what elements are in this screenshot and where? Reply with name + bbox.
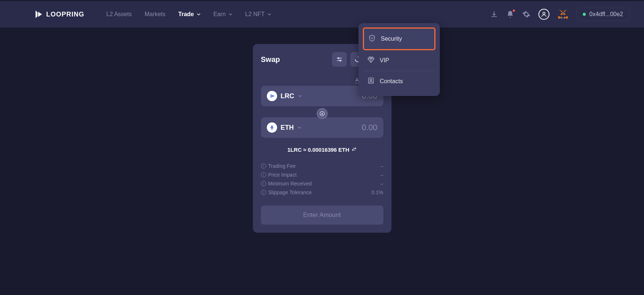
min-received-row: i Minimum Received – — [261, 179, 383, 188]
shield-icon — [368, 34, 376, 43]
nav-earn-label: Earn — [213, 11, 226, 18]
loopring-logo-icon — [33, 9, 43, 19]
chevron-down-icon — [197, 13, 200, 15]
nav-earn[interactable]: Earn — [213, 11, 232, 18]
dropdown-item-contacts[interactable]: Contacts — [363, 71, 435, 92]
exchange-rate-row: 1LRC ≈ 0.00016396 ETH — [261, 147, 383, 153]
svg-point-5 — [338, 58, 339, 59]
diamond-icon — [367, 56, 375, 65]
nav-l2nft-label: L2 NFT — [245, 11, 265, 18]
price-impact-value: – — [380, 172, 383, 178]
to-amount-input[interactable]: 0.00 — [362, 123, 378, 132]
notification-dot-icon — [513, 10, 515, 12]
main-content: Swap Available:40 LRC — [0, 27, 644, 233]
dropdown-security-label: Security — [381, 36, 402, 42]
profile-icon[interactable] — [538, 9, 549, 20]
slippage-value: 0.1% — [372, 189, 383, 195]
info-icon[interactable]: i — [261, 172, 266, 177]
info-icon[interactable]: i — [261, 181, 266, 186]
dropdown-item-security[interactable]: Security — [363, 27, 435, 50]
chevron-down-icon — [298, 126, 301, 129]
chevron-down-icon — [229, 13, 232, 15]
swap-settings-button[interactable] — [332, 52, 347, 67]
swap-direction-button[interactable] — [317, 108, 328, 119]
swap-rate-icon[interactable] — [352, 147, 357, 153]
wallet-address: 0x4dff...00e2 — [589, 11, 623, 18]
nav-links: L2 Assets Markets Trade Earn L2 NFT — [106, 11, 479, 18]
fee-details: i Trading Fee – i Price Impact – i Minim… — [261, 162, 383, 197]
swap-direction-wrapper — [261, 108, 383, 119]
trading-fee-label: Trading Fee — [268, 163, 296, 169]
to-token-name: ETH — [281, 124, 294, 132]
download-icon[interactable] — [490, 10, 498, 18]
nav-l2-nft[interactable]: L2 NFT — [245, 11, 271, 18]
brand-logo[interactable]: LOOPRING — [33, 9, 84, 19]
min-received-value: – — [380, 181, 383, 187]
trading-fee-row: i Trading Fee – — [261, 162, 383, 170]
nav-trade-label: Trade — [178, 11, 194, 18]
profile-dropdown-menu: Security VIP Contacts — [358, 23, 440, 96]
swap-title: Swap — [261, 55, 280, 64]
top-navigation-bar: LOOPRING L2 Assets Markets Trade Earn L2… — [0, 0, 644, 27]
price-impact-row: i Price Impact – — [261, 170, 383, 179]
nav-trade[interactable]: Trade — [178, 11, 200, 18]
slippage-label: Slippage Tolerance — [268, 189, 312, 195]
svg-point-6 — [339, 60, 341, 61]
lrc-token-icon — [267, 91, 277, 101]
metamask-fox-icon[interactable] — [557, 9, 568, 20]
info-icon[interactable]: i — [261, 190, 266, 195]
to-token-box: ETH 0.00 — [261, 117, 383, 138]
from-token-name: LRC — [281, 92, 294, 100]
nav-l2-assets[interactable]: L2 Assets — [106, 11, 132, 18]
from-token-selector[interactable]: LRC — [267, 91, 302, 101]
exchange-rate-text: 1LRC ≈ 0.00016396 ETH — [287, 147, 349, 153]
info-icon[interactable]: i — [261, 163, 266, 169]
chevron-down-icon — [298, 95, 302, 97]
dropdown-contacts-label: Contacts — [380, 78, 403, 85]
slippage-row: i Slippage Tolerance 0.1% — [261, 188, 383, 197]
to-token-selector[interactable]: ETH — [267, 122, 301, 133]
dropdown-vip-label: VIP — [380, 57, 389, 64]
nav-markets[interactable]: Markets — [144, 11, 165, 18]
trading-fee-value: – — [380, 163, 383, 169]
eth-token-icon — [267, 122, 277, 133]
svg-point-0 — [543, 12, 545, 14]
min-received-label: Minimum Received — [268, 181, 312, 187]
svg-point-2 — [370, 79, 372, 81]
brand-name: LOOPRING — [46, 11, 84, 18]
wallet-address-pill[interactable]: 0x4dff...00e2 — [577, 8, 629, 21]
notifications-icon[interactable] — [506, 10, 514, 18]
settings-gear-icon[interactable] — [522, 10, 530, 18]
price-impact-label: Price Impact — [268, 172, 297, 178]
chevron-down-icon — [268, 13, 271, 15]
dropdown-item-vip[interactable]: VIP — [363, 50, 435, 71]
enter-amount-button[interactable]: Enter Amount — [261, 206, 383, 225]
topbar-right-icons: 0x4dff...00e2 — [490, 8, 629, 21]
contacts-icon — [367, 77, 375, 86]
connection-status-dot-icon — [583, 13, 586, 16]
svg-point-7 — [268, 92, 276, 100]
